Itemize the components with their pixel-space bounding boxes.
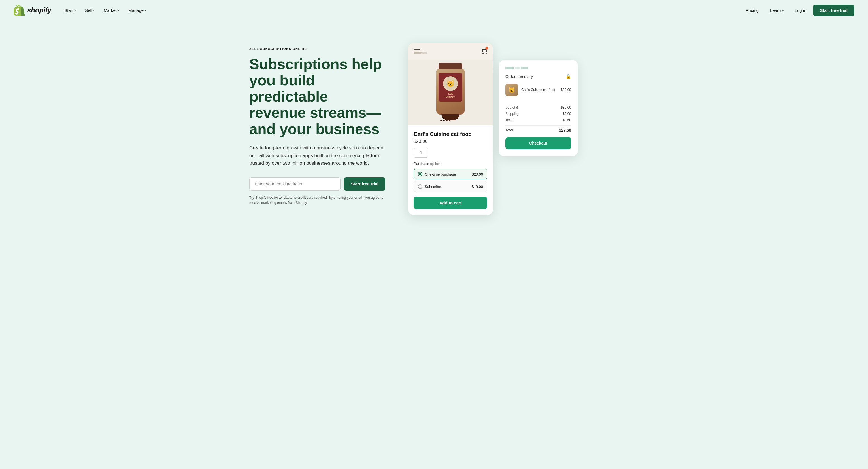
nav-pricing[interactable]: Pricing bbox=[741, 6, 763, 15]
email-input[interactable] bbox=[249, 177, 341, 190]
svg-point-0 bbox=[483, 53, 483, 54]
radio-subscribe-icon bbox=[418, 184, 423, 189]
shipping-label: Shipping bbox=[505, 112, 519, 116]
order-card: Order summary 🔒 🐱 Carl's Cuisine cat foo… bbox=[499, 60, 578, 156]
checkout-button[interactable]: Checkout bbox=[505, 137, 571, 149]
radio-one-time-icon bbox=[418, 172, 423, 176]
option-subscribe-price: $18.00 bbox=[472, 184, 483, 189]
order-item-thumbnail: 🐱 bbox=[505, 84, 518, 96]
nav-start-trial-button[interactable]: Start free trial bbox=[813, 4, 855, 16]
svg-point-1 bbox=[486, 53, 487, 54]
menu-icon bbox=[413, 49, 427, 54]
nav-links-right: Pricing Learn ▾ Log in Start free trial bbox=[741, 4, 855, 16]
product-name: Carl's Cuisine cat food bbox=[413, 131, 487, 137]
nav-start[interactable]: Start ▾ bbox=[60, 6, 80, 15]
order-item-row: 🐱 Carl's Cuisine cat food $20.00 bbox=[505, 84, 571, 101]
product-card: 🐱 Carl'sCuisine™ Carl's Cuisine cat food bbox=[408, 43, 493, 215]
total-label: Total bbox=[505, 128, 513, 133]
option-one-time-price: $20.00 bbox=[472, 172, 483, 176]
shipping-value: $5.00 bbox=[563, 112, 571, 116]
logo-text: shopify bbox=[27, 6, 51, 14]
nav-manage[interactable]: Manage ▾ bbox=[124, 6, 150, 15]
order-item-price: $20.00 bbox=[561, 88, 571, 92]
nav-market[interactable]: Market ▾ bbox=[100, 6, 123, 15]
order-header: Order summary 🔒 bbox=[505, 74, 571, 79]
lock-icon: 🔒 bbox=[565, 74, 571, 79]
hero-section: SELL SUBSCRIPTIONS ONLINE Subscriptions … bbox=[236, 21, 632, 238]
subtotal-value: $20.00 bbox=[561, 106, 571, 110]
hero-subtitle: Create long-term growth with a business … bbox=[249, 144, 385, 167]
product-price: $20.00 bbox=[413, 139, 487, 144]
taxes-value: $2.60 bbox=[563, 118, 571, 122]
purchase-option-label: Purchase option bbox=[413, 162, 487, 166]
product-info: Carl's Cuisine cat food $20.00 1 Purchas… bbox=[408, 125, 493, 215]
hero-content: SELL SUBSCRIPTIONS ONLINE Subscriptions … bbox=[249, 47, 385, 206]
option-one-time[interactable]: One-time purchase $20.00 bbox=[413, 169, 487, 179]
hero-label: SELL SUBSCRIPTIONS ONLINE bbox=[249, 47, 385, 51]
option-subscribe-label: Subscribe bbox=[425, 184, 441, 189]
option-subscribe[interactable]: Subscribe $18.00 bbox=[413, 181, 487, 192]
total-value: $27.60 bbox=[559, 128, 571, 133]
option-one-time-label: One-time purchase bbox=[425, 172, 456, 176]
nav-sell[interactable]: Sell ▾ bbox=[81, 6, 99, 15]
order-summary-title: Order summary bbox=[505, 74, 533, 79]
subtotal-label: Subtotal bbox=[505, 106, 518, 110]
logo-link[interactable]: shopify bbox=[13, 4, 51, 16]
sell-chevron-icon: ▾ bbox=[93, 9, 95, 12]
cart-badge bbox=[485, 47, 488, 50]
start-chevron-icon: ▾ bbox=[74, 9, 76, 12]
hero-visuals: 🐱 Carl'sCuisine™ Carl's Cuisine cat food bbox=[408, 37, 619, 215]
order-subtotal-row: Subtotal $20.00 bbox=[505, 106, 571, 110]
nav-login[interactable]: Log in bbox=[790, 6, 811, 15]
product-card-header bbox=[408, 43, 493, 60]
taxes-label: Taxes bbox=[505, 118, 514, 122]
order-shipping-row: Shipping $5.00 bbox=[505, 112, 571, 116]
manage-chevron-icon: ▾ bbox=[145, 9, 146, 12]
nav-learn[interactable]: Learn ▾ bbox=[766, 6, 788, 15]
hero-title: Subscriptions help you build predictable… bbox=[249, 56, 385, 137]
hero-cta-button[interactable]: Start free trial bbox=[344, 177, 385, 190]
quantity-input[interactable]: 1 bbox=[413, 148, 428, 158]
nav-links-left: Start ▾ Sell ▾ Market ▾ Manage ▾ bbox=[60, 6, 741, 15]
order-total-row: Total $27.60 bbox=[505, 125, 571, 133]
order-wavy-decoration bbox=[505, 67, 571, 69]
product-image: 🐱 Carl'sCuisine™ bbox=[408, 60, 493, 125]
add-to-cart-button[interactable]: Add to cart bbox=[413, 197, 487, 209]
cart-icon bbox=[480, 48, 487, 56]
hero-disclaimer: Try Shopify free for 14 days, no credit … bbox=[249, 195, 385, 205]
order-item-name: Carl's Cuisine cat food bbox=[521, 88, 557, 92]
order-taxes-row: Taxes $2.60 bbox=[505, 118, 571, 122]
market-chevron-icon: ▾ bbox=[118, 9, 119, 12]
hero-form: Start free trial bbox=[249, 177, 385, 190]
shopify-logo-icon bbox=[13, 4, 25, 16]
navbar: shopify Start ▾ Sell ▾ Market ▾ Manage ▾… bbox=[0, 0, 868, 21]
learn-chevron-icon: ▾ bbox=[782, 9, 783, 12]
